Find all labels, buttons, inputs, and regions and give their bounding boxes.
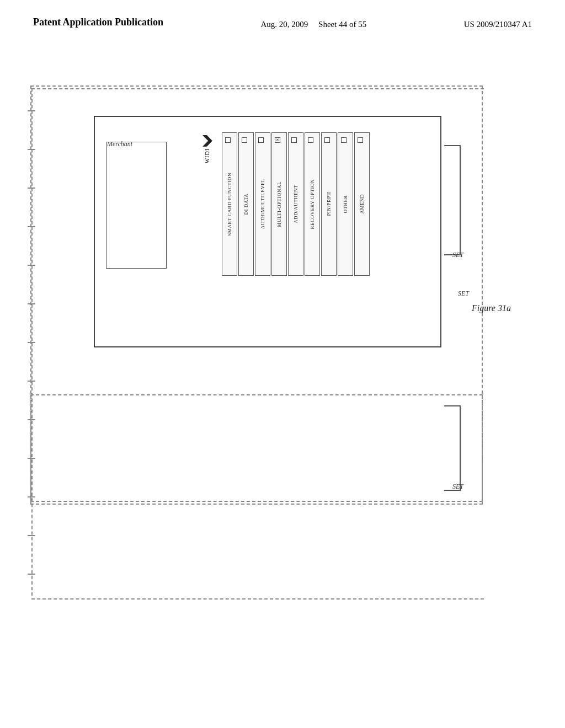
tick-11 <box>28 496 35 497</box>
lower-dashed-border <box>30 394 483 502</box>
tick-13 <box>28 574 35 575</box>
widi-arrow: ❯ <box>200 133 215 147</box>
set-label-lower: SET <box>452 483 463 491</box>
checkbox-amend <box>358 137 363 143</box>
right-bracket-upper <box>444 145 461 255</box>
tick-5 <box>28 265 35 266</box>
top-dashed-line <box>31 88 484 89</box>
checkbox-smart-card <box>225 137 231 143</box>
publication-title: Patent Application Publication <box>33 15 163 29</box>
tick-6 <box>28 303 35 304</box>
checkbox-di-data <box>242 137 247 143</box>
tick-10 <box>28 458 35 459</box>
merchant-inner-box <box>106 142 167 269</box>
bottom-dashed-line <box>31 598 484 599</box>
checkbox-pin-prph <box>324 137 330 143</box>
page-header: Patent Application Publication Aug. 20, … <box>0 0 565 31</box>
tick-2 <box>28 149 35 150</box>
tick-8 <box>28 381 35 382</box>
card-pin-prph: PIN/PRPH <box>321 132 337 276</box>
card-recovery-option: RECOVERY OPTION <box>305 132 320 276</box>
set-label-top: SET <box>452 251 463 259</box>
pub-date: Aug. 20, 2009 <box>261 20 308 29</box>
patent-number: US 2009/210347 A1 <box>464 15 532 31</box>
tick-9 <box>28 419 35 420</box>
checkbox-recovery-option <box>308 137 313 143</box>
tick-1 <box>28 110 35 111</box>
card-smart-card-function: SMART CARD FUNCTION <box>222 132 237 276</box>
tick-7 <box>28 342 35 343</box>
tick-12 <box>28 535 35 536</box>
merchant-label: Merchant <box>107 140 132 148</box>
checkbox-multi-optional <box>275 137 280 143</box>
figure-area: Merchant ❯ WIDI SMART CARD FUNCTION DI D… <box>30 85 521 510</box>
right-bracket-lower <box>444 405 461 491</box>
card-other: OTHER <box>338 132 353 276</box>
checkbox-auth-multilevel <box>258 137 264 143</box>
card-add-authent: ADD/AUTHENT <box>288 132 303 276</box>
widi-area: ❯ WIDI <box>202 133 212 163</box>
widi-label: WIDI <box>204 148 210 163</box>
checkbox-other <box>341 137 347 143</box>
card-amend: AMEND <box>354 132 370 276</box>
publication-date-sheet: Aug. 20, 2009 Sheet 44 of 55 <box>261 15 367 31</box>
cards-container: SMART CARD FUNCTION DI DATA AUTH/MULTILE… <box>222 132 371 273</box>
card-multi-optional: MULTI-OPTIONAL <box>271 132 287 276</box>
tick-3 <box>28 188 35 189</box>
checkbox-add-authent <box>291 137 297 143</box>
card-di-data: DI DATA <box>238 132 254 276</box>
figure-label: Figure 31a <box>472 303 511 313</box>
sheet-info: Sheet 44 of 55 <box>318 20 366 29</box>
card-auth-multilevel: AUTH/MULTILEVEL <box>255 132 270 276</box>
tick-4 <box>28 226 35 227</box>
inner-diagram-box: Merchant ❯ WIDI SMART CARD FUNCTION DI D… <box>94 116 441 347</box>
set-label-middle: SET <box>458 290 469 298</box>
